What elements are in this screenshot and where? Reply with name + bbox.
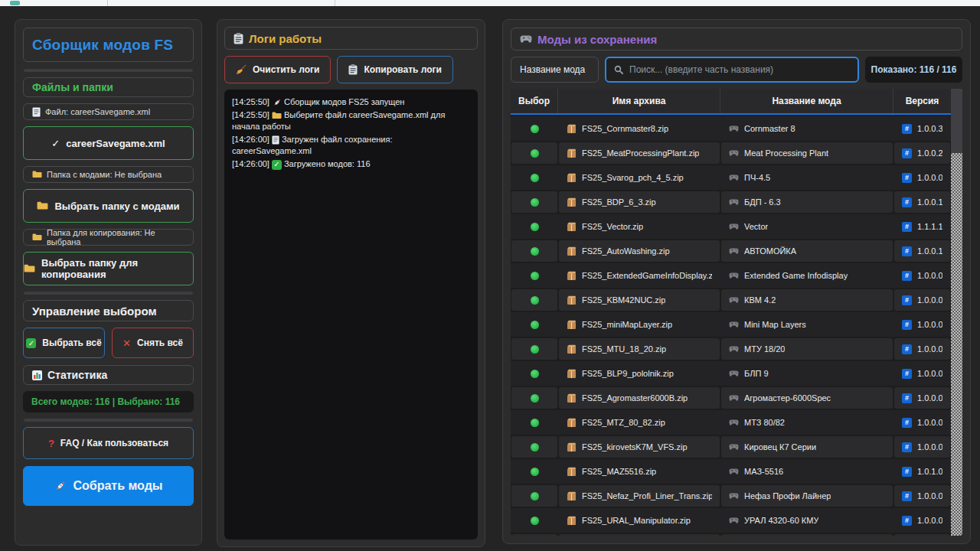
mod-archive-cell[interactable]: [559, 534, 720, 536]
mod-archive-cell[interactable]: FS25_AutoWashing.zip: [559, 240, 720, 262]
column-header-archive[interactable]: Имя архива: [558, 89, 720, 113]
mod-select-cell[interactable]: [511, 214, 557, 239]
mod-version-cell[interactable]: #1.0.0.0: [894, 410, 950, 435]
mod-archive-cell[interactable]: FS25_kirovetsK7M_VFS.zip: [559, 436, 720, 458]
mod-select-cell[interactable]: [511, 142, 557, 164]
mod-name-cell[interactable]: Кировец К7 Серии: [721, 436, 893, 458]
mod-version-cell[interactable]: #1.0.0.0: [894, 361, 950, 386]
table-row[interactable]: FS25_MAZ5516.zipМАЗ-5516#1.0.1.0: [511, 459, 951, 484]
table-row[interactable]: FS25_MTU_18_20.zipМТУ 18/20#1.0.0.0: [511, 337, 951, 361]
mod-archive-cell[interactable]: FS25_Cornmaster8.zip: [559, 116, 720, 141]
mod-version-cell[interactable]: #1.0.0.0: [894, 436, 950, 458]
search-input[interactable]: [629, 64, 850, 75]
mod-select-cell[interactable]: [511, 485, 557, 507]
mod-archive-cell[interactable]: FS25_MTZ_80_82.zip: [559, 410, 720, 435]
mod-version-cell[interactable]: #1.0.0.0: [894, 165, 950, 190]
select-savegame-button[interactable]: ✓ careerSavegame.xml: [23, 126, 194, 160]
mod-version-cell[interactable]: #1.0.0.1: [894, 240, 950, 262]
mod-version-cell[interactable]: #1.0.0.3: [894, 116, 950, 141]
mod-archive-cell[interactable]: FS25_MeatProcessingPlant.zip: [559, 142, 720, 164]
mod-select-cell[interactable]: [511, 263, 557, 288]
table-row[interactable]: FS25_URAL_Manipulator.zipУРАЛ 4320-60 КМ…: [511, 508, 951, 533]
clear-logs-button[interactable]: Очистить логи: [224, 56, 331, 83]
mod-archive-cell[interactable]: FS25_MAZ5516.zip: [559, 459, 720, 484]
select-all-button[interactable]: ✓ Выбрать всё: [23, 328, 105, 358]
table-row[interactable]: FS25_BDP_6_3.zipБДП - 6.3#1.0.0.1: [511, 190, 951, 214]
mod-select-cell[interactable]: [511, 289, 557, 311]
mod-name-cell[interactable]: УРАЛ 4320-60 КМУ: [721, 508, 893, 533]
mod-version-cell[interactable]: #1.0.0.0: [894, 312, 950, 337]
table-scrollbar[interactable]: [951, 89, 962, 536]
mod-select-cell[interactable]: [511, 410, 557, 435]
table-row[interactable]: [511, 533, 951, 536]
table-row[interactable]: FS25_BLP9_pololnik.zipБЛП 9#1.0.0.0: [511, 361, 951, 386]
mod-name-cell[interactable]: БЛП 9: [721, 361, 893, 386]
scrollbar-thumb[interactable]: [951, 89, 962, 153]
browser-tab-strip[interactable]: [0, 0, 980, 6]
mod-select-cell[interactable]: [511, 191, 557, 213]
mod-name-cell[interactable]: Cornmaster 8: [721, 116, 893, 141]
mod-select-cell[interactable]: [511, 116, 557, 141]
mod-archive-cell[interactable]: FS25_MTU_18_20.zip: [559, 338, 720, 360]
mod-archive-cell[interactable]: FS25_KBM42NUC.zip: [559, 289, 720, 311]
mod-version-cell[interactable]: #1.0.0.1: [894, 191, 950, 213]
mod-archive-cell[interactable]: FS25_BLP9_pololnik.zip: [559, 361, 720, 386]
mod-select-cell[interactable]: [511, 240, 557, 262]
mod-version-cell[interactable]: #1.0.0.0: [894, 263, 950, 288]
mod-select-cell[interactable]: [511, 387, 557, 409]
mod-select-cell[interactable]: [511, 338, 557, 360]
mod-name-cell[interactable]: Агромастер-6000Spec: [721, 387, 893, 409]
mod-version-cell[interactable]: #1.0.0.0: [894, 289, 950, 311]
log-output[interactable]: [14:25:50]Сборщик модов FS25 запущен[14:…: [224, 90, 478, 540]
mod-name-cell[interactable]: [721, 534, 893, 536]
mod-select-cell[interactable]: [511, 312, 557, 337]
table-row[interactable]: FS25_MeatProcessingPlant.zipMeat Process…: [511, 141, 951, 165]
mod-archive-cell[interactable]: FS25_BDP_6_3.zip: [559, 191, 720, 213]
mod-select-cell[interactable]: [511, 361, 557, 386]
mod-version-cell[interactable]: #1.0.0.0: [894, 485, 950, 507]
mod-archive-cell[interactable]: FS25_Nefaz_Profi_Liner_Trans.zip: [559, 485, 720, 507]
mod-select-cell[interactable]: [511, 165, 557, 190]
table-row[interactable]: FS25_Agromaster6000B.zipАгромастер-6000S…: [511, 386, 951, 410]
mod-name-cell[interactable]: МАЗ-5516: [721, 459, 893, 484]
table-row[interactable]: FS25_miniMapLayer.zipMini Map Layers#1.0…: [511, 312, 951, 337]
mod-name-cell[interactable]: МТЗ 80/82: [721, 410, 893, 435]
mod-version-cell[interactable]: #1.1.1.1: [894, 214, 950, 239]
mod-archive-cell[interactable]: FS25_Vector.zip: [559, 214, 720, 239]
mod-select-cell[interactable]: [511, 436, 557, 458]
mod-name-cell[interactable]: Mini Map Layers: [721, 312, 893, 337]
mod-archive-cell[interactable]: FS25_Svarog_pch_4_5.zip: [559, 165, 720, 190]
mod-name-cell[interactable]: МТУ 18/20: [721, 338, 893, 360]
select-mods-folder-button[interactable]: Выбрать папку с модами: [23, 189, 194, 223]
mod-select-cell[interactable]: [511, 534, 557, 536]
search-box[interactable]: [605, 57, 859, 83]
mod-version-cell[interactable]: #1.0.0.0: [894, 508, 950, 533]
mod-name-cell[interactable]: АВТОМОЙКА: [721, 240, 893, 262]
mod-archive-cell[interactable]: FS25_Agromaster6000B.zip: [559, 387, 720, 409]
mod-version-cell[interactable]: #1.0.0.0: [894, 387, 950, 409]
mod-version-cell[interactable]: #1.0.1.0: [894, 459, 950, 484]
table-row[interactable]: FS25_Vector.zipVector#1.1.1.1: [511, 214, 951, 239]
mod-name-cell[interactable]: Meat Processing Plant: [721, 142, 893, 164]
table-row[interactable]: FS25_Cornmaster8.zipCornmaster 8#1.0.0.3: [511, 116, 951, 141]
filter-mode-label[interactable]: Название мода: [511, 57, 599, 83]
faq-button[interactable]: ? FAQ / Как пользоваться: [23, 427, 194, 459]
table-row[interactable]: FS25_kirovetsK7M_VFS.zipКировец К7 Серии…: [511, 435, 951, 459]
deselect-all-button[interactable]: ✕ Снять всё: [112, 328, 194, 358]
column-header-version[interactable]: Версия: [893, 89, 951, 113]
mod-select-cell[interactable]: [511, 459, 557, 484]
mod-name-cell[interactable]: Нефаз Профи Лайнер: [721, 485, 893, 507]
table-row[interactable]: FS25_AutoWashing.zipАВТОМОЙКА#1.0.0.1: [511, 239, 951, 263]
copy-logs-button[interactable]: Копировать логи: [337, 56, 453, 83]
mod-archive-cell[interactable]: FS25_miniMapLayer.zip: [559, 312, 720, 337]
mod-name-cell[interactable]: Extended Game Infodisplay: [721, 263, 893, 288]
table-row[interactable]: FS25_Nefaz_Profi_Liner_Trans.zipНефаз Пр…: [511, 484, 951, 508]
mod-version-cell[interactable]: #1.0.0.2: [894, 142, 950, 164]
select-copy-folder-button[interactable]: Выбрать папку для копирования: [23, 252, 194, 285]
table-row[interactable]: FS25_Svarog_pch_4_5.zipПЧ-4.5#1.0.0.0: [511, 165, 951, 190]
mod-version-cell[interactable]: #1.0.0.0: [894, 338, 950, 360]
mod-version-cell[interactable]: [894, 534, 950, 536]
column-header-select[interactable]: Выбор: [511, 89, 558, 113]
mod-name-cell[interactable]: Vector: [721, 214, 893, 239]
mod-name-cell[interactable]: КВМ 4.2: [721, 289, 893, 311]
